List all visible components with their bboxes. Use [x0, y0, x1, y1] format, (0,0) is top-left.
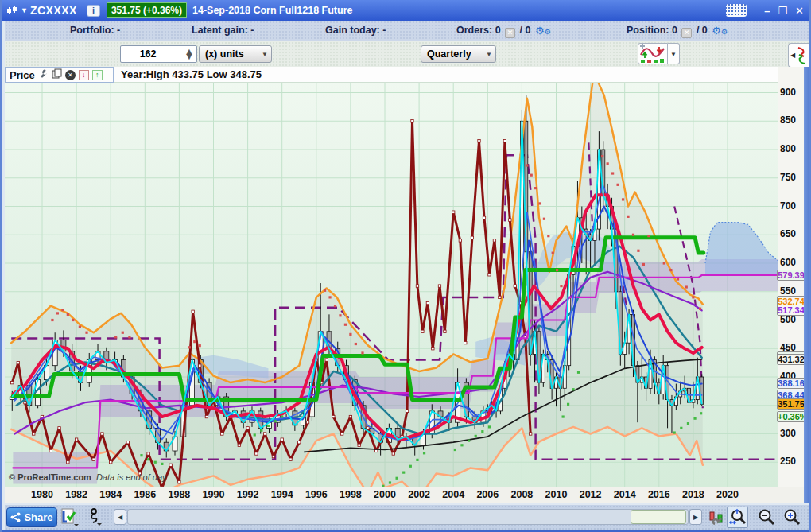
price-badge: 431.32: [777, 354, 805, 365]
symbol-label[interactable]: ZCXXXX: [30, 4, 77, 17]
y-axis-label: 300: [780, 428, 796, 439]
gain-today-field: Gain today: -: [325, 25, 386, 36]
chart-style-dropdown[interactable]: ▼: [668, 43, 680, 64]
x-axis-label: 2014: [614, 489, 636, 500]
price-badge: 388.16: [777, 378, 805, 389]
x-axis-label: 2016: [648, 489, 670, 500]
chart-controls-bar: 162 ▲▼ (x) units▼ Quarterly▼: [5, 41, 811, 67]
portfolio-field: Portfolio: -: [70, 25, 120, 36]
right-edge-strip: [804, 67, 811, 503]
scrollbar-thumb[interactable]: [631, 510, 686, 524]
x-axis-label: 2010: [545, 489, 568, 500]
zoom-out-button[interactable]: [755, 507, 777, 528]
zoom-box-button[interactable]: [727, 507, 748, 528]
duplicate-icon[interactable]: [52, 68, 62, 81]
account-info-bar: Portfolio: - Latent gain: - Gain today: …: [5, 21, 811, 41]
price-badge: 579.39: [777, 270, 805, 281]
display-settings-button[interactable]: [706, 507, 727, 527]
y-axis-label: 550: [780, 285, 796, 297]
position-settings-icon[interactable]: ⚙⚙: [712, 25, 728, 37]
maximize-button[interactable]: ❒: [778, 6, 787, 16]
close-panel-icon[interactable]: ✕: [65, 70, 76, 80]
last-price-badge: 351.75 (+0.36%): [107, 2, 187, 18]
side-panel-toggle[interactable]: ◀: [788, 43, 809, 68]
y-axis-label: 600: [780, 257, 796, 268]
timeframe-select[interactable]: Quarterly▼: [421, 45, 496, 63]
chart-canvas[interactable]: [5, 67, 778, 487]
units-count-input[interactable]: 162 ▲▼: [120, 45, 197, 63]
x-axis-label: 2018: [682, 489, 704, 500]
zoom-out-icon: [757, 508, 776, 527]
pointer-tool-icon: [87, 508, 104, 526]
price-panel-title: Price: [10, 69, 35, 81]
title-bar: ▼ ZCXXXX i 351.75 (+0.36%) 14-Sep-2018 C…: [2, 0, 809, 21]
x-axis-label: 1998: [340, 489, 362, 500]
x-axis-label: 1988: [168, 489, 190, 500]
move-up-icon[interactable]: ↑: [92, 70, 103, 80]
chart-style-icon: [638, 44, 667, 64]
orders-arrows-icon: [795, 45, 808, 66]
price-badge: +0.36%: [777, 411, 805, 422]
chart-style-button[interactable]: [638, 43, 668, 64]
bottom-toolbar: Share ◀ ▶: [5, 505, 811, 530]
x-axis-label: 2000: [374, 489, 396, 500]
units-stepper[interactable]: ▲▼: [159, 46, 197, 62]
chevron-down-icon: ▼: [483, 51, 495, 58]
wrench-icon[interactable]: [38, 68, 49, 81]
price-badge: 517.34: [777, 305, 805, 316]
orders-settings-icon[interactable]: ⚙⚙: [535, 25, 551, 37]
symbol-dropdown-caret[interactable]: ▼: [21, 6, 28, 14]
x-axis-label: 2002: [408, 489, 430, 500]
x-axis-label: 2004: [442, 489, 464, 500]
units-type-select[interactable]: (x) units▼: [199, 45, 272, 63]
chevron-down-icon: ▼: [258, 51, 271, 58]
x-axis-label: 2012: [580, 489, 602, 500]
x-axis-label: 1980: [31, 489, 53, 500]
close-position-icon[interactable]: ✕: [681, 28, 692, 38]
window-title: 14-Sep-2018 Corn Full1218 Future: [192, 5, 352, 16]
y-axis-label: 800: [780, 143, 796, 154]
scrollbar-track[interactable]: [127, 509, 689, 525]
cancel-orders-icon[interactable]: ✕: [505, 28, 515, 38]
x-axis-label: 2008: [510, 489, 533, 500]
minimize-button[interactable]: –: [764, 6, 770, 16]
share-button[interactable]: Share: [6, 507, 57, 527]
latent-gain-field: Latent gain: -: [192, 25, 254, 36]
keyboard-icon[interactable]: [726, 4, 747, 17]
x-axis-label: 1986: [134, 489, 156, 500]
x-axis-label: 1996: [305, 489, 328, 500]
price-panel-header: Price ✕ ↓ ↑: [5, 67, 114, 83]
time-axis[interactable]: 1980198219841986198819901992199419961998…: [5, 487, 804, 503]
orders-field: Orders: 0 ✕ / 0 ⚙⚙: [456, 25, 551, 38]
year-range-label: Year:High 433.75 Low 348.75: [121, 68, 262, 80]
candle-wrench-icon: [707, 508, 726, 527]
x-axis-label: 1994: [271, 489, 293, 500]
y-axis-label: 750: [780, 172, 796, 183]
zoom-in-button[interactable]: [781, 507, 802, 528]
move-down-icon[interactable]: ↓: [79, 70, 89, 80]
x-axis-label: 1982: [65, 489, 87, 500]
scroll-left-button[interactable]: ◀: [114, 509, 126, 525]
price-chart[interactable]: [5, 67, 778, 487]
y-axis-label: 850: [780, 115, 796, 126]
price-panel-strip: Price ✕ ↓ ↑ Year:High 433.75 Low 348.75: [5, 67, 804, 83]
x-axis-label: 1984: [99, 489, 122, 500]
price-axis[interactable]: 9008508007507006506005505004504003503002…: [778, 67, 804, 487]
scroll-right-button[interactable]: ▶: [689, 509, 702, 525]
watermark: © ProRealTime.comData is end of day: [9, 472, 167, 482]
close-button[interactable]: ✕: [795, 6, 804, 16]
chart-region: Price ✕ ↓ ↑ Year:High 433.75 Low 348.75 …: [5, 67, 811, 503]
price-badge: 351.75: [777, 398, 805, 410]
compare-icon: [61, 508, 80, 526]
detach-tool-button[interactable]: [85, 507, 106, 527]
x-axis-label: 2006: [476, 489, 499, 500]
y-axis-label: 650: [780, 228, 796, 239]
y-axis-label: 250: [780, 456, 796, 467]
y-axis-label: 700: [780, 200, 796, 212]
compare-tool-button[interactable]: [60, 507, 81, 527]
x-axis-label: 1992: [237, 489, 259, 500]
x-axis-label: 2020: [716, 489, 739, 500]
prorealtime-window: ▼ ZCXXXX i 351.75 (+0.36%) 14-Sep-2018 C…: [0, 0, 811, 532]
zoom-box-icon: [728, 508, 747, 527]
info-button[interactable]: i: [87, 5, 100, 17]
